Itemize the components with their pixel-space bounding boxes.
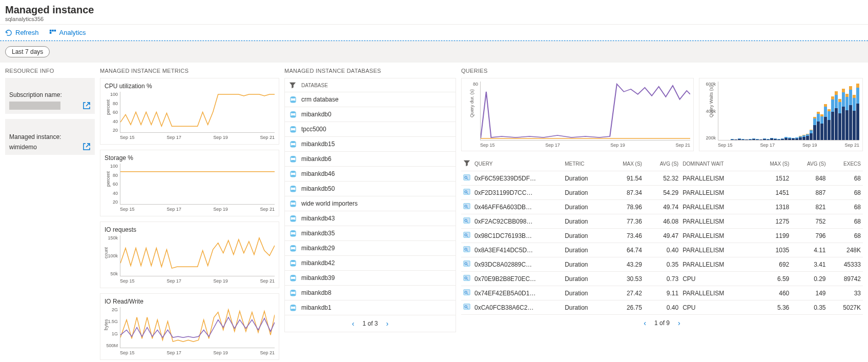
col-execs[interactable]: EXECS <box>828 156 863 171</box>
refresh-button[interactable]: Refresh <box>5 29 39 36</box>
open-external-icon[interactable] <box>82 102 91 110</box>
query-wmax: 5.36 <box>754 300 791 315</box>
col-wmax[interactable]: MAX (S) <box>754 156 791 171</box>
storage-xaxis: Sep 15Sep 17Sep 19Sep 21 <box>105 207 275 212</box>
query-dwait: PARALLELISM <box>680 200 754 214</box>
database-name: wide world importers <box>301 200 358 207</box>
query-metric: Duration <box>563 214 606 229</box>
cpu-xaxis: Sep 15Sep 17Sep 19Sep 21 <box>105 135 275 140</box>
database-row[interactable]: mibankdb42 <box>285 256 456 271</box>
col-query[interactable]: QUERY <box>472 156 563 171</box>
database-name: mibankdb8 <box>301 289 332 296</box>
storage-chart[interactable]: Storage % percent 10080604020 Sep 15Sep … <box>100 150 279 216</box>
query-wmax: 1318 <box>754 200 791 214</box>
database-row[interactable]: mibankdb35 <box>285 226 456 241</box>
db-col-header[interactable]: DATABASE <box>301 83 328 88</box>
col-avg[interactable]: AVG (S) <box>644 156 680 171</box>
query-row[interactable]: 0xF2D31199D7CC…Duration87.3454.29PARALLE… <box>461 186 863 200</box>
databases-title: MANAGED INSTANCE DATABASES <box>284 68 456 74</box>
query-avg: 46.08 <box>644 214 680 229</box>
filter-icon[interactable] <box>463 159 470 167</box>
query-duration-chart[interactable]: Query dur. (s) 80 Sep 15Sep 17Sep 19Sep … <box>461 78 694 151</box>
svg-point-28 <box>291 264 296 266</box>
svg-point-19 <box>291 200 296 203</box>
query-id: 0x46AFF6A603DB… <box>472 200 563 214</box>
db-prev-button[interactable]: ‹ <box>352 319 355 328</box>
database-row[interactable]: mibankdb0 <box>285 107 456 122</box>
database-row[interactable]: mibankdb6 <box>285 152 456 167</box>
query-dwait: PARALLELISM <box>680 257 754 272</box>
database-icon <box>289 125 297 133</box>
query-wmax: 1035 <box>754 243 791 257</box>
col-dwait[interactable]: DOMINANT WAIT <box>680 156 754 171</box>
query-row[interactable]: 0xF6C59E339D5DF…Duration91.5452.32PARALL… <box>461 171 863 186</box>
database-icon <box>289 155 297 163</box>
database-row[interactable]: mibankdb8 <box>285 286 456 300</box>
storage-chart-title: Storage % <box>105 154 275 162</box>
query-dwait: PARALLELISM <box>680 243 754 257</box>
query-row[interactable]: 0xF2AC92CBB098…Duration77.3646.08PARALLE… <box>461 214 863 229</box>
database-row[interactable]: mibankdb46 <box>285 167 456 182</box>
col-wavg[interactable]: AVG (S) <box>791 156 828 171</box>
time-range-pill[interactable]: Last 7 days <box>5 46 50 57</box>
cpu-chart[interactable]: CPU utilization % percent 10080604020 Se… <box>100 78 279 145</box>
database-row[interactable]: tpcc5000 <box>285 122 456 137</box>
query-row[interactable]: 0x70E9B2B8E70EC…Duration30.530.73CPU6.59… <box>461 272 863 286</box>
queries-column: QUERIES Query dur. (s) 80 Sep 15Sep 17Se… <box>461 68 863 331</box>
database-row[interactable]: wide world importers <box>285 196 456 211</box>
query-row[interactable]: 0x74EF42EB5A0D1…Duration27.429.11PARALLE… <box>461 286 863 300</box>
rw-chart[interactable]: IO Read/Write bytes 2G1.5G1G500M Sep 15S… <box>100 293 279 360</box>
svg-point-34 <box>291 309 296 311</box>
query-icon <box>463 303 470 310</box>
queries-table-header: QUERY METRIC MAX (S) AVG (S) DOMINANT WA… <box>461 156 863 171</box>
storage-plot <box>120 164 275 205</box>
filter-icon[interactable] <box>289 82 296 89</box>
analytics-button[interactable]: Analytics <box>49 29 86 36</box>
query-wavg: 887 <box>791 186 828 200</box>
database-name: mibankdb35 <box>301 230 335 237</box>
col-max[interactable]: MAX (S) <box>607 156 644 171</box>
database-row[interactable]: mibankdb39 <box>285 271 456 286</box>
database-row[interactable]: mibankdb29 <box>285 241 456 256</box>
database-row[interactable]: mibankdb15 <box>285 137 456 152</box>
svg-point-18 <box>291 190 296 192</box>
managed-instance-card[interactable]: Managed instance: wimidemo <box>5 119 95 155</box>
open-external-icon[interactable] <box>82 143 91 151</box>
db-next-button[interactable]: › <box>386 319 389 328</box>
query-max: 87.34 <box>607 186 644 200</box>
databases-list: DATABASE crm databasemibankdb0tpcc5000mi… <box>284 78 456 332</box>
query-row[interactable]: 0x46AFF6A603DB…Duration78.9649.74PARALLE… <box>461 200 863 214</box>
database-row[interactable]: crm database <box>285 92 456 107</box>
query-max: 78.96 <box>607 200 644 214</box>
database-icon <box>289 304 297 312</box>
database-name: mibankdb42 <box>301 259 335 267</box>
query-id: 0x74EF42EB5A0D1… <box>472 286 563 300</box>
database-icon <box>289 229 297 237</box>
col-metric[interactable]: METRIC <box>563 156 606 171</box>
database-row[interactable]: mibankdb50 <box>285 182 456 196</box>
query-row[interactable]: 0x98C1DC76193B…Duration73.4649.47PARALLE… <box>461 229 863 243</box>
query-row[interactable]: 0x93DC8A02889C…Duration43.290.35PARALLEL… <box>461 257 863 272</box>
query-wavg: 3.41 <box>791 257 828 272</box>
queries-next-button[interactable]: › <box>678 319 680 327</box>
queries-prev-button[interactable]: ‹ <box>644 319 646 327</box>
toolbar: Refresh Analytics <box>0 25 868 41</box>
database-row[interactable]: mibankdb1 <box>285 300 456 315</box>
analytics-icon <box>49 29 56 36</box>
query-wmax: 692 <box>754 257 791 272</box>
qdur-plot <box>480 82 690 140</box>
query-icon <box>463 289 470 296</box>
svg-point-22 <box>291 219 296 222</box>
queries-table: QUERY METRIC MAX (S) AVG (S) DOMINANT WA… <box>461 156 863 315</box>
mi-value: wimidemo <box>9 144 61 151</box>
query-row[interactable]: 0xCA0FCB38A6C2…Duration26.750.40CPU5.360… <box>461 300 863 315</box>
resource-info-column: RESOURCE INFO Subscription name: Managed… <box>5 68 95 160</box>
database-row[interactable]: mibankdb43 <box>285 211 456 226</box>
subscription-card[interactable]: Subscription name: <box>5 78 95 114</box>
query-wmax: 1275 <box>754 214 791 229</box>
io-chart[interactable]: IO requests count 150k100k50k Sep 15Sep … <box>100 222 279 288</box>
query-max: 73.46 <box>607 229 644 243</box>
query-waits-chart[interactable]: Query Waits (s) 600k400k200k Sep 15Sep 1… <box>699 78 863 151</box>
query-row[interactable]: 0x8A3EF414DC5D…Duration64.740.40PARALLEL… <box>461 243 863 257</box>
query-wavg: 752 <box>791 214 828 229</box>
